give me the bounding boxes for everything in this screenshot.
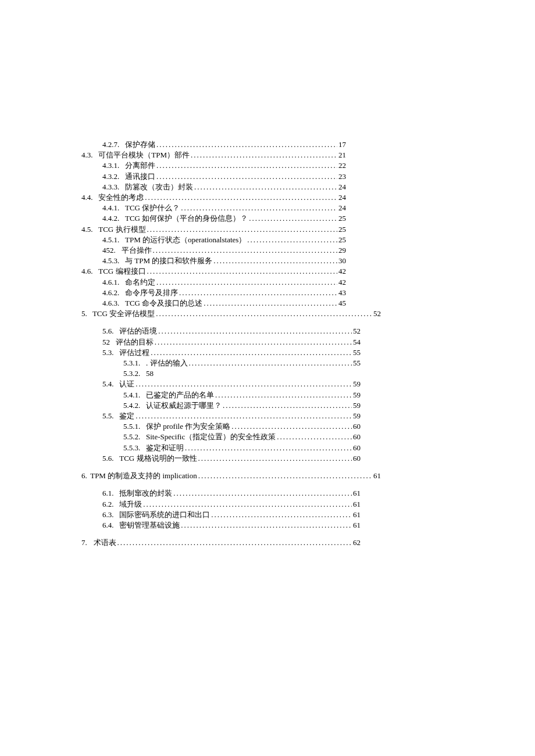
toc-leader-dots xyxy=(135,411,352,421)
toc-number: 452. xyxy=(102,245,116,256)
toc-number: 4.2.7. xyxy=(102,139,119,150)
toc-number: 4.6.3. xyxy=(102,298,119,309)
toc-number: 4.5.1. xyxy=(102,235,119,245)
toc-entry: 5.4.1. 已鉴定的产品的名单 59 xyxy=(81,390,361,400)
toc-title: 评估的语境 xyxy=(119,326,157,336)
toc-number: 5.4.1. xyxy=(123,390,140,400)
toc-leader-dots xyxy=(153,245,338,256)
toc-title: TCG 编程接口 xyxy=(98,266,145,277)
toc-leader-dots xyxy=(145,192,337,203)
toc-number: 4.6. xyxy=(81,266,93,277)
toc-number: 5. xyxy=(81,309,87,318)
toc-number: 4.5.3. xyxy=(102,256,119,266)
toc-title: 安全性的考虑 xyxy=(98,192,144,203)
toc-page-number: 59 xyxy=(353,390,361,400)
toc-leader-dots xyxy=(151,347,352,358)
toc-entry: 5.5. 鉴定59 xyxy=(81,411,361,421)
toc-leader-dots xyxy=(185,443,352,453)
toc-leader-dots xyxy=(135,379,352,389)
toc-leader-dots xyxy=(194,182,337,192)
toc-entry: 5.5.1. 保护 profile 作为安全策略 60 xyxy=(81,421,361,432)
toc-title: 保护存储 xyxy=(125,139,155,150)
toc-page-number: 61 xyxy=(353,510,361,520)
toc-page-number: 61 xyxy=(353,520,361,531)
toc-leader-dots xyxy=(143,499,352,510)
toc-title: 鉴定 xyxy=(119,411,134,421)
toc-number: 6.3. xyxy=(102,510,114,520)
toc-page-number: 60 xyxy=(353,453,361,464)
toc-title: 国际密码系统的进口和出口 xyxy=(119,510,210,520)
toc-page-number: 61 xyxy=(353,499,361,510)
toc-number: 4.4.2. xyxy=(102,213,119,224)
toc-entry: 4.5.1. TPM 的运行状态（operationalstates） 25 xyxy=(81,235,346,245)
toc-entry: 4.4. 安全性的考虑24 xyxy=(81,192,346,203)
toc-leader-dots xyxy=(156,160,337,171)
toc-title: Site-Specific（指定位置）的安全性政策 xyxy=(146,432,276,442)
toc-leader-dots xyxy=(191,150,337,160)
toc-title: 防篡改（攻击）封装 xyxy=(125,182,193,192)
toc-leader-dots xyxy=(211,510,352,520)
toc-page-number: 55 xyxy=(353,347,361,358)
toc-leader-dots xyxy=(231,421,352,432)
toc-entry: 4.2.7. 保护存储17 xyxy=(81,139,346,150)
toc-number: 5.4. xyxy=(102,379,114,389)
toc-page-number: 30 xyxy=(338,256,346,266)
toc-entry: 4.3.1. 分离部件22 xyxy=(81,160,346,171)
toc-title: TPM 的制造及支持的 implication xyxy=(90,471,197,481)
toc-title: 鉴定和证明 xyxy=(146,443,184,453)
toc-title: 与 TPM 的接口和软件服务 xyxy=(125,256,212,266)
toc-number: 4.3. xyxy=(81,150,93,160)
toc-page-number: 60 xyxy=(353,421,361,432)
toc-leader-dots xyxy=(147,224,338,235)
toc-title: 抵制窜改的封装 xyxy=(119,488,172,499)
toc-entry: 5.3.2. 58 xyxy=(81,368,361,379)
toc-entry: 7.术语表62 xyxy=(81,538,361,548)
toc-number: 4.3.1. xyxy=(102,160,119,171)
toc-title: TCG 保护什么？ xyxy=(125,203,180,213)
toc-entry: 4.3. 可信平台模块（TPM）部件 21 xyxy=(81,150,346,160)
toc-page-number: 61 xyxy=(353,488,361,499)
toc-leader-dots xyxy=(247,235,337,245)
toc-title: 认证 xyxy=(119,379,134,389)
toc-entry: 6.1. 抵制窜改的封装61 xyxy=(81,488,361,499)
toc-title: 评估的目标 xyxy=(116,337,154,347)
toc-entry: 5.4.2. 认证权威起源于哪里？ 59 xyxy=(81,400,361,411)
toc-number: 5.4.2. xyxy=(123,400,140,411)
toc-number: 5.5. xyxy=(102,411,114,421)
toc-entry: 5.6. 评估的语境52 xyxy=(81,326,361,336)
toc-title: 密钥管理基础设施 xyxy=(119,520,180,531)
toc-leader-dots xyxy=(156,171,337,182)
toc-number: 4.5. xyxy=(81,224,93,235)
toc-title: TPM 的运行状态（operationalstates） xyxy=(125,235,246,245)
toc-title: TCG 命令及接口的总述 xyxy=(125,298,202,309)
toc-leader-dots xyxy=(198,453,352,464)
toc-entry: 4.4.1. TCG 保护什么？ 24 xyxy=(81,203,346,213)
toc-entry: 6.4. 密钥管理基础设施 61 xyxy=(81,520,361,531)
toc-entry: 5.TCG 安全评估模型 52 xyxy=(81,309,381,319)
toc-leader-dots xyxy=(156,277,337,288)
toc-page-number: 60 xyxy=(353,432,361,442)
toc-page-number: 42 xyxy=(338,266,346,277)
toc-number: 5.3.2. xyxy=(123,368,140,379)
toc-title: TCG 规格说明的一致性 xyxy=(119,453,197,464)
toc-entry: 5.4. 认证59 xyxy=(81,379,361,389)
toc-number: 5.6. xyxy=(102,453,114,464)
toc-leader-dots xyxy=(181,203,337,213)
toc-container: 4.2.7. 保护存储174.3. 可信平台模块（TPM）部件 214.3.1.… xyxy=(81,139,442,548)
toc-title: 通讯接口 xyxy=(125,171,155,182)
toc-leader-dots xyxy=(179,288,337,298)
toc-leader-dots xyxy=(213,256,337,266)
toc-page-number: 52 xyxy=(353,326,361,336)
toc-leader-dots xyxy=(147,266,338,277)
toc-page-number: 59 xyxy=(353,379,361,389)
toc-number: 7. xyxy=(81,538,87,547)
toc-title: . 评估的输入 xyxy=(146,358,188,368)
toc-number: 6.4. xyxy=(102,520,114,531)
toc-title: TCG 如何保护（平台的身份信息）？ xyxy=(125,213,248,224)
toc-page-number: 21 xyxy=(338,150,346,160)
toc-title: 保护 profile 作为安全策略 xyxy=(146,421,230,432)
toc-leader-dots xyxy=(156,309,372,319)
toc-page-number: 54 xyxy=(353,337,361,347)
toc-number: 5.6. xyxy=(102,326,114,336)
toc-entry: 6.2. 域升级61 xyxy=(81,499,361,510)
